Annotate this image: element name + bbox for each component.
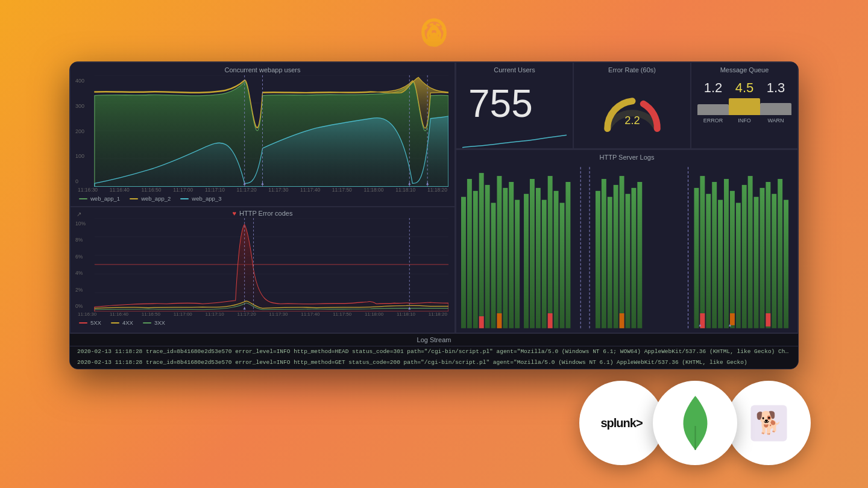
legend-dot-1 (79, 198, 87, 199)
svg-rect-34 (491, 203, 496, 328)
svg-rect-67 (724, 179, 729, 328)
logos-section: splunk> 🐕 (579, 381, 811, 465)
svg-rect-58 (631, 188, 636, 328)
mq-error: 1.2 (704, 80, 723, 96)
concurrent-legend: web_app_1 web_app_2 web_app_3 (71, 193, 454, 204)
log-stream-title: Log Stream (70, 334, 798, 346)
svg-rect-44 (542, 200, 547, 328)
svg-rect-49 (548, 313, 553, 328)
legend-4xx: 4XX (111, 319, 133, 326)
svg-rect-40 (497, 313, 502, 328)
mq-values: 1.2 4.5 1.3 (691, 75, 797, 98)
concurrent-users-chart: 400 300 200 100 0 (71, 75, 454, 187)
svg-rect-75 (772, 194, 776, 328)
users-sparkline (456, 123, 573, 153)
mq-info-bar (729, 98, 760, 115)
svg-rect-73 (760, 188, 764, 328)
svg-rect-56 (620, 176, 624, 328)
svg-rect-48 (565, 182, 570, 328)
svg-rect-59 (637, 182, 642, 328)
current-users-panel: Current Users 755 (456, 62, 573, 149)
svg-rect-64 (706, 194, 711, 328)
message-queue-panel: Message Queue 1.2 4.5 1.3 (691, 62, 798, 149)
svg-rect-68 (730, 191, 735, 328)
current-users-value: 755 (456, 75, 573, 123)
svg-rect-29 (461, 197, 466, 328)
legend-web-app-2: web_app_2 (130, 195, 171, 202)
http-error-x-axis: 11:16:30 11:16:40 11:16:50 11:17:00 11:1… (71, 311, 454, 317)
svg-rect-76 (778, 179, 782, 328)
svg-rect-33 (485, 185, 490, 328)
http-error-svg (77, 218, 448, 311)
log-stream-area: Log Stream 2020-02-13 11:18:28 trace_id=… (70, 333, 798, 369)
mongodb-logo (653, 381, 737, 465)
http-logs-chart: bars data (456, 163, 797, 333)
http-error-y-axis: 10% 8% 6% 4% 2% 0% (75, 218, 86, 311)
svg-rect-53 (602, 179, 606, 328)
svg-point-2 (432, 33, 436, 37)
current-users-title: Current Users (456, 63, 573, 75)
mq-info-value: 4.5 (735, 80, 754, 96)
svg-rect-62 (694, 188, 699, 328)
left-panels: Concurrent webapp users 400 300 200 100 … (70, 62, 456, 333)
http-logs-svg: bars data (461, 165, 793, 330)
log-line-2: 2020-02-13 11:18:28 trace_id=8b41680e2d5… (70, 357, 798, 368)
log-line-1: 2020-02-13 11:18:28 trace_id=8b41680e2d5… (70, 346, 798, 357)
legend-label-2: web_app_2 (141, 195, 171, 202)
http-logs-title: HTTP Server Logs (456, 150, 797, 163)
svg-rect-55 (614, 185, 618, 328)
svg-rect-37 (509, 182, 514, 328)
gauge-container: 2.2 (599, 75, 665, 148)
gauge-svg: 2.2 (599, 88, 665, 136)
http-server-logs-panel: HTTP Server Logs bars data (456, 149, 798, 333)
mq-error-label: ERROR (697, 117, 729, 124)
svg-rect-70 (742, 185, 747, 328)
legend-5xx: 5XX (79, 319, 101, 326)
mq-warn-label: WARN (760, 117, 791, 124)
splunk-logo: splunk> (579, 381, 664, 465)
svg-rect-31 (473, 191, 478, 328)
svg-rect-74 (766, 182, 770, 328)
svg-rect-60 (620, 313, 624, 328)
svg-rect-63 (700, 176, 705, 328)
http-error-chart: 10% 8% 6% 4% 2% 0% (71, 218, 454, 311)
legend-web-app-1: web_app_1 (79, 195, 120, 202)
sparkline-svg (462, 123, 567, 150)
http-error-legend: 5XX 4XX 3XX (71, 317, 454, 328)
splunk-text: splunk> (600, 416, 642, 430)
svg-rect-52 (596, 191, 600, 328)
legend-dot-3 (180, 198, 189, 199)
error-rate-title: Error Rate (60s) (602, 63, 662, 75)
svg-rect-47 (560, 203, 565, 328)
http-error-panel: ↗ ♥ HTTP Error codes 10% 8% 6% 4% 2% 0% (70, 207, 455, 333)
svg-rect-46 (554, 191, 559, 328)
mq-error-value: 1.2 (704, 80, 723, 96)
http-error-title: ♥ HTTP Error codes (71, 207, 454, 218)
legend-label-3: web_app_3 (192, 195, 221, 202)
concurrent-svg (77, 75, 448, 187)
svg-rect-41 (524, 194, 529, 328)
svg-rect-77 (784, 200, 788, 328)
svg-rect-72 (754, 197, 759, 328)
svg-rect-65 (712, 182, 717, 328)
legend-3xx: 3XX (143, 319, 165, 326)
puppet-svg: 🐕 (746, 401, 791, 446)
dashboard: Concurrent webapp users 400 300 200 100 … (69, 61, 799, 369)
svg-rect-80 (766, 313, 770, 327)
right-panels: Current Users 755 Error Rate (60s) (456, 62, 798, 333)
svg-rect-36 (503, 188, 508, 328)
mq-warn: 1.3 (767, 80, 785, 96)
external-link-icon: ↗ (77, 211, 81, 217)
svg-rect-69 (736, 203, 741, 328)
svg-rect-54 (608, 197, 612, 328)
mq-info: 4.5 (735, 80, 754, 96)
svg-rect-57 (626, 194, 631, 328)
svg-rect-30 (467, 179, 472, 328)
svg-rect-43 (536, 188, 541, 328)
svg-text:2.2: 2.2 (624, 114, 640, 127)
mq-labels: ERROR INFO WARN (691, 117, 797, 127)
mongodb-leaf-svg (679, 396, 712, 450)
svg-rect-32 (479, 173, 484, 328)
error-rate-panel: Error Rate (60s) 2.2 (573, 62, 691, 149)
legend-dot-2 (130, 198, 138, 199)
